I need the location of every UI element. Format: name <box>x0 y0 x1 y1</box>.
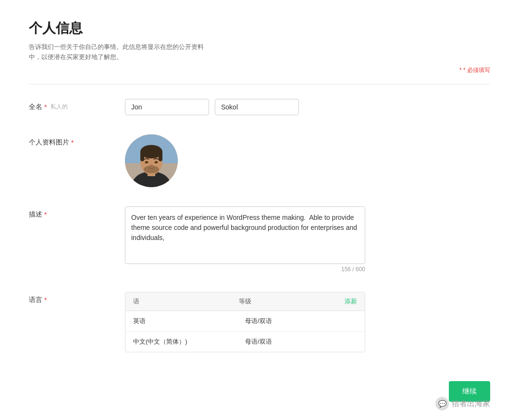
description-content: Over ten years of experience in WordPres… <box>125 206 490 273</box>
add-language-button[interactable]: 添新 <box>345 297 357 306</box>
svg-point-10 <box>155 161 158 163</box>
lang-col-header-lang: 语 <box>133 297 239 306</box>
last-name-input[interactable] <box>215 99 299 115</box>
svg-point-9 <box>145 161 148 163</box>
avatar[interactable] <box>125 134 178 187</box>
watermark: 💬 猎者出海家 <box>435 397 490 410</box>
language-row: 语言* 语 等级 添新 英语 母语/双语 中文(中文（简体）) 母语/双语 <box>29 292 490 352</box>
bottom-bar: 继续 <box>29 372 490 402</box>
full-name-label: 全名* 私人的 <box>29 99 125 111</box>
required-note: * * 必须填写 <box>29 66 490 74</box>
description-textarea[interactable]: Over ten years of experience in WordPres… <box>125 206 365 264</box>
profile-picture-content <box>125 134 490 187</box>
language-row-item: 英语 母语/双语 <box>125 311 365 332</box>
description-label: 描述* <box>29 206 125 219</box>
watermark-text: 猎者出海家 <box>452 399 490 409</box>
avatar-container[interactable] <box>125 134 490 187</box>
page-subtitle: 告诉我们一些关于你自己的事情。此信息将显示在您的公开资料中，以便潜在买家更好地了… <box>29 42 211 62</box>
svg-rect-8 <box>159 152 162 161</box>
language-level-2: 母语/双语 <box>245 337 357 346</box>
svg-point-12 <box>144 166 159 173</box>
svg-rect-7 <box>140 152 144 161</box>
language-level-1: 母语/双语 <box>245 317 357 325</box>
section-divider <box>29 84 490 84</box>
language-name-1: 英语 <box>133 317 245 325</box>
profile-picture-label: 个人资料图片* <box>29 134 125 147</box>
avatar-image <box>125 134 178 187</box>
required-star: * <box>459 67 463 73</box>
language-table: 语 等级 添新 英语 母语/双语 中文(中文（简体）) 母语/双语 <box>125 292 365 352</box>
full-name-row: 全名* 私人的 <box>29 99 490 115</box>
language-content: 语 等级 添新 英语 母语/双语 中文(中文（简体）) 母语/双语 <box>125 292 490 352</box>
first-name-input[interactable] <box>125 99 209 115</box>
name-inputs-container <box>125 99 490 115</box>
char-count: 156 / 600 <box>125 266 365 273</box>
profile-picture-row: 个人资料图片* <box>29 134 490 187</box>
full-name-inputs <box>125 99 490 115</box>
description-row: 描述* Over ten years of experience in Word… <box>29 206 490 273</box>
language-row-item: 中文(中文（简体）) 母语/双语 <box>125 332 365 352</box>
language-label: 语言* <box>29 292 125 304</box>
language-table-header: 语 等级 添新 <box>125 292 365 311</box>
lang-col-header-level: 等级 <box>239 297 345 306</box>
watermark-icon: 💬 <box>435 397 449 410</box>
language-name-2: 中文(中文（简体）) <box>133 337 245 346</box>
page-title: 个人信息 <box>29 19 490 37</box>
